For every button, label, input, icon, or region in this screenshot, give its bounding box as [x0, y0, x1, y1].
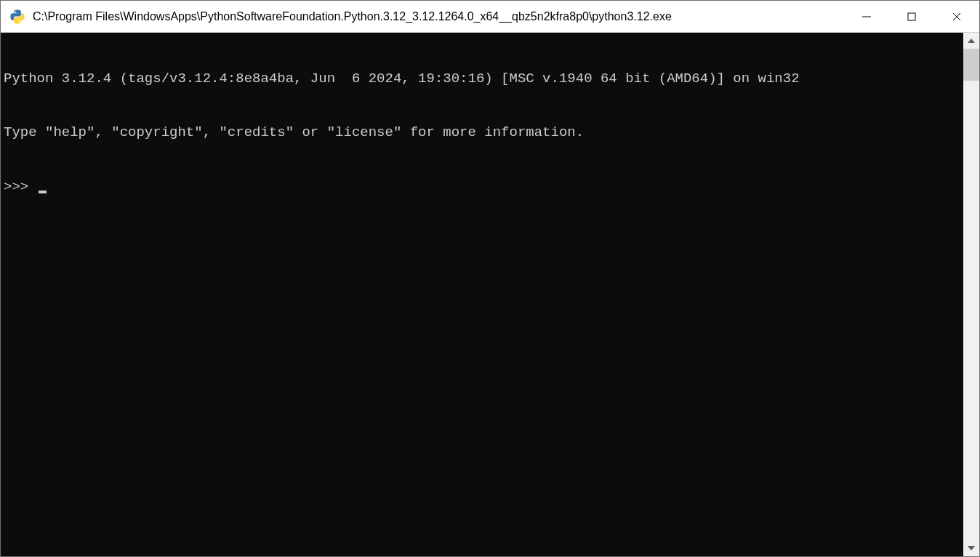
svg-rect-1	[908, 13, 915, 20]
maximize-button[interactable]	[889, 1, 934, 32]
python-icon	[9, 9, 25, 25]
window-titlebar: C:\Program Files\WindowsApps\PythonSoftw…	[1, 1, 979, 33]
window-controls	[844, 1, 979, 32]
scroll-up-button[interactable]	[963, 33, 979, 49]
minimize-icon	[861, 12, 872, 22]
vertical-scrollbar[interactable]	[963, 33, 979, 556]
console-area: Python 3.12.4 (tags/v3.12.4:8e8a4ba, Jun…	[1, 33, 979, 556]
scroll-thumb[interactable]	[963, 49, 979, 81]
cursor	[39, 191, 47, 193]
console-line-version: Python 3.12.4 (tags/v3.12.4:8e8a4ba, Jun…	[4, 70, 962, 88]
close-button[interactable]	[934, 1, 979, 32]
close-icon	[952, 12, 962, 22]
scroll-down-button[interactable]	[963, 540, 979, 556]
console-output[interactable]: Python 3.12.4 (tags/v3.12.4:8e8a4ba, Jun…	[1, 33, 963, 556]
minimize-button[interactable]	[844, 1, 889, 32]
window-title: C:\Program Files\WindowsApps\PythonSoftw…	[33, 10, 844, 23]
scroll-track[interactable]	[963, 49, 979, 540]
maximize-icon	[907, 12, 917, 22]
console-prompt-line: >>>	[4, 178, 962, 196]
chevron-down-icon	[968, 546, 975, 550]
console-line-help: Type "help", "copyright", "credits" or "…	[4, 124, 962, 142]
chevron-up-icon	[968, 39, 975, 43]
console-prompt: >>>	[4, 178, 37, 196]
